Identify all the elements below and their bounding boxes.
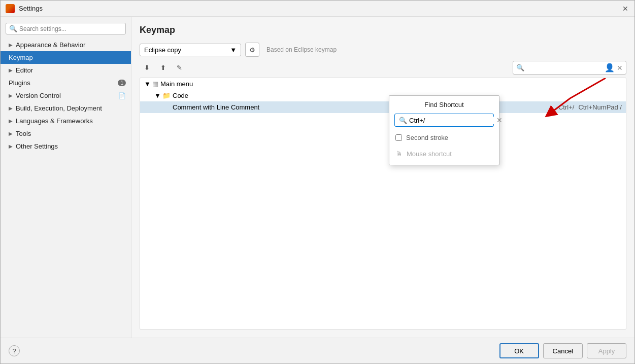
find-shortcut-popup: Find Shortcut 🔍 ✕ Second stroke 🖱 Mouse … xyxy=(389,95,499,165)
keymap-based-label: Based on Eclipse keymap xyxy=(266,46,337,53)
mouse-shortcut-label: Mouse shortcut xyxy=(407,150,452,158)
tree-node-comment-line[interactable]: Comment with Line Comment Ctrl+/ Ctrl+Nu… xyxy=(140,101,626,113)
sidebar-item-build[interactable]: ▶ Build, Execution, Deployment xyxy=(1,102,131,115)
sidebar-item-label: Keymap xyxy=(9,54,33,61)
sidebar-item-label: Editor xyxy=(16,66,33,74)
dropdown-arrow-icon: ▼ xyxy=(230,46,237,54)
bottom-bar: ? OK Cancel Apply xyxy=(1,338,634,363)
second-stroke-label: Second stroke xyxy=(406,134,448,141)
sidebar-item-label: Appearance & Behavior xyxy=(16,41,85,49)
arrow-icon: ▶ xyxy=(9,143,13,149)
shortcut-tag-1: Ctrl+/ xyxy=(558,103,574,111)
arrow-icon: ▶ xyxy=(9,67,13,73)
main-content: Keymap Eclipse copy ▼ ⚙ Based on Eclipse… xyxy=(131,17,634,338)
sidebar-item-version-control[interactable]: ▶ Version Control 📄 xyxy=(1,89,131,102)
main-layout: 🔍 ▶ Appearance & Behavior Keymap ▶ Edito… xyxy=(1,17,634,338)
shortcut-tag-2: Ctrl+NumPad / xyxy=(578,103,622,111)
find-shortcut-input[interactable] xyxy=(409,117,494,124)
search-icon: 🔍 xyxy=(399,117,407,124)
keymap-selector-row: Eclipse copy ▼ ⚙ Based on Eclipse keymap xyxy=(140,43,626,57)
sidebar-item-other[interactable]: ▶ Other Settings xyxy=(1,140,131,153)
sidebar-item-label: Other Settings xyxy=(16,142,58,150)
search-icon: 🔍 xyxy=(9,25,17,32)
title-bar: Settings ✕ xyxy=(1,1,634,17)
sidebar-item-label: Plugins xyxy=(9,79,30,87)
sidebar-search-input[interactable] xyxy=(19,25,122,32)
arrow-icon: ▶ xyxy=(9,105,13,111)
folder-icon: ▦ xyxy=(152,80,158,88)
sidebar-item-label: Tools xyxy=(16,130,31,137)
expand-all-button[interactable]: ⬇ xyxy=(140,61,154,75)
shortcuts-display: Ctrl+/ Ctrl+NumPad / xyxy=(558,103,622,111)
second-stroke-option[interactable]: Second stroke xyxy=(394,132,494,143)
gear-button[interactable]: ⚙ xyxy=(245,43,259,57)
collapse-all-button[interactable]: ⬆ xyxy=(156,61,170,75)
find-shortcut-title: Find Shortcut xyxy=(394,101,494,108)
search-icon: 🔍 xyxy=(516,64,524,71)
folder-icon: 📁 xyxy=(162,92,171,99)
gear-icon: ⚙ xyxy=(249,46,255,54)
keymap-dropdown[interactable]: Eclipse copy ▼ xyxy=(140,44,241,56)
sidebar-item-languages[interactable]: ▶ Languages & Frameworks xyxy=(1,115,131,127)
apply-button[interactable]: Apply xyxy=(587,343,626,358)
cancel-button[interactable]: Cancel xyxy=(543,343,583,358)
node-label: Code xyxy=(173,92,188,99)
sidebar-item-label: Languages & Frameworks xyxy=(16,117,93,125)
help-button[interactable]: ? xyxy=(9,345,20,356)
expand-icon: ▼ xyxy=(154,92,160,99)
edit-button[interactable]: ✎ xyxy=(172,61,186,75)
ok-button[interactable]: OK xyxy=(499,343,539,358)
mouse-icon: 🖱 xyxy=(395,150,403,158)
sidebar-item-label: Version Control xyxy=(16,92,61,99)
plugins-badge: 1 xyxy=(118,80,126,86)
keymap-tree-area: ▼ ▦ Main menu ▼ 📁 Code Comment with Line… xyxy=(140,78,626,330)
tree-search-input[interactable] xyxy=(526,64,603,71)
arrow-icon: ▶ xyxy=(9,131,13,136)
sidebar-item-label: Build, Execution, Deployment xyxy=(16,104,102,112)
expand-all-icon: ⬇ xyxy=(144,64,150,71)
tree-search-box[interactable]: 🔍 👤 ✕ xyxy=(513,61,626,75)
sidebar-item-appearance[interactable]: ▶ Appearance & Behavior xyxy=(1,39,131,51)
expand-icon: ▼ xyxy=(144,80,150,88)
arrow-icon: ▶ xyxy=(9,118,13,124)
find-by-shortcut-icon[interactable]: 👤 xyxy=(605,63,615,72)
sidebar-search-box[interactable]: 🔍 xyxy=(6,23,126,34)
mouse-shortcut-option[interactable]: 🖱 Mouse shortcut xyxy=(394,148,494,160)
close-button[interactable]: ✕ xyxy=(621,5,629,13)
sidebar-item-tools[interactable]: ▶ Tools xyxy=(1,127,131,140)
settings-window: Settings ✕ 🔍 ▶ Appearance & Behavior Key… xyxy=(0,0,635,364)
window-title: Settings xyxy=(19,5,43,12)
sidebar-item-plugins[interactable]: Plugins 1 xyxy=(1,77,131,89)
tree-toolbar: ⬇ ⬆ ✎ 🔍 👤 ✕ xyxy=(140,61,626,75)
tree-node-main-menu[interactable]: ▼ ▦ Main menu xyxy=(140,78,626,90)
arrow-icon: ▶ xyxy=(9,42,13,48)
arrow-icon: ▶ xyxy=(9,93,13,98)
close-search-icon[interactable]: ✕ xyxy=(617,64,623,72)
doc-icon: 📄 xyxy=(118,92,126,99)
page-title: Keymap xyxy=(140,25,626,35)
tree-node-code[interactable]: ▼ 📁 Code xyxy=(140,90,626,101)
node-label: Main menu xyxy=(160,80,193,88)
sidebar-item-editor[interactable]: ▶ Editor xyxy=(1,64,131,77)
title-bar-left: Settings xyxy=(6,4,43,13)
sidebar: 🔍 ▶ Appearance & Behavior Keymap ▶ Edito… xyxy=(1,17,131,338)
clear-input-icon[interactable]: ✕ xyxy=(496,116,503,124)
find-shortcut-input-box[interactable]: 🔍 ✕ xyxy=(394,114,494,127)
sidebar-item-keymap[interactable]: Keymap xyxy=(1,51,131,64)
app-logo xyxy=(6,4,15,13)
second-stroke-checkbox[interactable] xyxy=(395,134,402,141)
edit-icon: ✎ xyxy=(177,64,182,71)
collapse-all-icon: ⬆ xyxy=(160,64,166,71)
keymap-value: Eclipse copy xyxy=(144,46,181,54)
